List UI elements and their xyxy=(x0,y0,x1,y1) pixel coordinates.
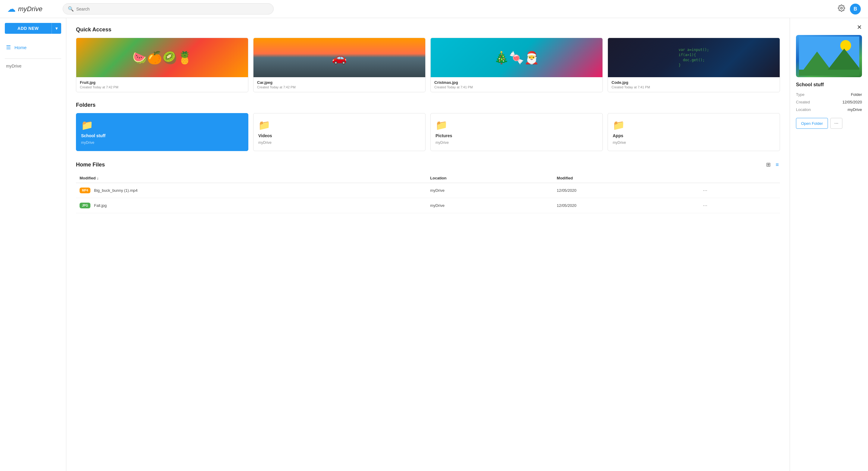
code-image: var a=input();if(a>1){ doc.get();} xyxy=(608,38,780,77)
more-options-mp4[interactable]: ··· xyxy=(701,187,709,194)
qa-christmas-date: Created Today at 7:41 PM xyxy=(434,85,599,89)
settings-icon[interactable] xyxy=(838,4,845,13)
file-badge-mp4: MP4 xyxy=(80,187,90,193)
folders-section: Folders 📁 School stuff myDrive 📁 Videos … xyxy=(76,102,780,151)
header-right: B xyxy=(838,4,861,14)
col-location: Location xyxy=(427,173,553,183)
file-name-jpg: Fall.jpg xyxy=(94,203,107,208)
col-modified-sort[interactable]: Modified ↓ xyxy=(76,173,427,183)
files-table: Modified ↓ Location Modified MP4 Big_buc… xyxy=(76,173,780,213)
file-modified-jpg: 12/05/2020 xyxy=(553,198,698,213)
sidebar-item-home[interactable]: ☰ Home xyxy=(0,41,66,54)
sidebar: ADD NEW ▾ ☰ Home myDrive xyxy=(0,18,66,471)
qa-card-code[interactable]: var a=input();if(a>1){ doc.get();} Code.… xyxy=(608,38,780,92)
folder-location-apps: myDrive xyxy=(613,141,775,145)
sidebar-item-home-label: Home xyxy=(14,45,27,50)
file-modified-mp4: 12/05/2020 xyxy=(553,183,698,198)
close-button[interactable]: ✕ xyxy=(857,24,862,30)
table-row: MP4 Big_buck_bunny (1).mp4 myDrive 12/05… xyxy=(76,183,780,198)
file-more-jpg: ··· xyxy=(698,198,780,213)
search-icon: 🔍 xyxy=(68,6,74,12)
svg-point-2 xyxy=(840,40,851,51)
table-row: JPG Fall.jpg myDrive 12/05/2020 ··· xyxy=(76,198,780,213)
folder-icon-pictures: 📁 xyxy=(435,119,598,131)
search-input[interactable] xyxy=(76,7,269,11)
home-files-title: Home Files xyxy=(76,161,105,168)
folder-location-videos: myDrive xyxy=(258,141,421,145)
add-new-button-wrap: ADD NEW ▾ xyxy=(0,23,66,38)
col-actions xyxy=(698,173,780,183)
meta-created-row: Created 12/05/2020 xyxy=(796,100,862,104)
home-files-section: Home Files ⊞ ≡ Modified ↓ Location Modif… xyxy=(76,161,780,213)
logo[interactable]: ☁ myDrive xyxy=(7,4,56,14)
add-new-dropdown-arrow[interactable]: ▾ xyxy=(52,23,61,34)
open-folder-button[interactable]: Open Folder xyxy=(796,118,828,129)
qa-christmas-name: Cristmas.jpg xyxy=(434,80,599,85)
folder-preview-image xyxy=(799,36,859,76)
svg-rect-5 xyxy=(799,70,859,76)
right-panel: ✕ School stuff Type Folder Create xyxy=(789,18,868,471)
folder-icon-apps: 📁 xyxy=(613,119,775,131)
col-modified: Modified xyxy=(553,173,698,183)
file-location-jpg: myDrive xyxy=(427,198,553,213)
file-name-mp4: Big_buck_bunny (1).mp4 xyxy=(94,188,138,193)
search-bar[interactable]: 🔍 xyxy=(63,3,274,14)
view-toggle: ⊞ ≡ xyxy=(765,161,780,169)
qa-fruit-name: Fruit.jpg xyxy=(80,80,244,85)
meta-created-label: Created xyxy=(796,100,810,104)
qa-card-christmas[interactable]: 🎄🍬🎅 Cristmas.jpg Created Today at 7:41 P… xyxy=(430,38,603,92)
folder-card-apps[interactable]: 📁 Apps myDrive xyxy=(608,113,780,151)
user-avatar[interactable]: B xyxy=(850,4,861,14)
meta-location-row: Location myDrive xyxy=(796,107,862,112)
panel-close: ✕ xyxy=(796,24,862,30)
quick-access-grid: 🍉🍊🥝🍍 Fruit.jpg Created Today at 7:42 PM … xyxy=(76,38,780,92)
file-name-cell-jpg: JPG Fall.jpg xyxy=(76,198,427,213)
qa-card-fruit[interactable]: 🍉🍊🥝🍍 Fruit.jpg Created Today at 7:42 PM xyxy=(76,38,248,92)
sidebar-nav: ☰ Home xyxy=(0,38,66,56)
folders-title: Folders xyxy=(76,102,780,108)
grid-view-button[interactable]: ⊞ xyxy=(765,161,772,169)
car-image: 🚗 xyxy=(253,38,425,77)
svg-point-0 xyxy=(841,7,842,9)
meta-location-value: myDrive xyxy=(847,107,862,112)
add-new-button[interactable]: ADD NEW ▾ xyxy=(5,23,61,34)
christmas-image: 🎄🍬🎅 xyxy=(431,38,602,77)
file-name-cell-mp4: MP4 Big_buck_bunny (1).mp4 xyxy=(76,183,427,198)
qa-code-name: Code.jpg xyxy=(612,80,776,85)
folder-location-school: myDrive xyxy=(81,141,243,145)
file-badge-jpg: JPG xyxy=(80,203,90,208)
main-content: Quick Access 🍉🍊🥝🍍 Fruit.jpg Created Toda… xyxy=(66,18,789,471)
panel-folder-name: School stuff xyxy=(796,82,862,87)
qa-fruit-date: Created Today at 7:42 PM xyxy=(80,85,244,89)
file-location-mp4: myDrive xyxy=(427,183,553,198)
folders-grid: 📁 School stuff myDrive 📁 Videos myDrive … xyxy=(76,113,780,151)
folder-card-pictures[interactable]: 📁 Pictures myDrive xyxy=(430,113,603,151)
add-new-label: ADD NEW xyxy=(5,23,52,34)
meta-created-value: 12/05/2020 xyxy=(842,100,862,104)
folder-location-pictures: myDrive xyxy=(435,141,598,145)
folder-name-videos: Videos xyxy=(258,133,421,138)
meta-location-label: Location xyxy=(796,107,811,112)
panel-thumbnail xyxy=(796,35,862,77)
folder-name-school: School stuff xyxy=(81,133,243,138)
header: ☁ myDrive 🔍 B xyxy=(0,0,868,18)
files-table-body: MP4 Big_buck_bunny (1).mp4 myDrive 12/05… xyxy=(76,183,780,213)
meta-type-value: Folder xyxy=(851,92,862,97)
folder-card-school[interactable]: 📁 School stuff myDrive xyxy=(76,113,248,151)
fruit-image: 🍉🍊🥝🍍 xyxy=(76,38,248,77)
qa-card-car[interactable]: 🚗 Car.jpeg Created Today at 7:42 PM xyxy=(253,38,426,92)
folder-icon-videos: 📁 xyxy=(258,119,421,131)
quick-access-title: Quick Access xyxy=(76,27,780,33)
folder-card-videos[interactable]: 📁 Videos myDrive xyxy=(253,113,426,151)
qa-code-date: Created Today at 7:41 PM xyxy=(612,85,776,89)
more-options-jpg[interactable]: ··· xyxy=(701,202,709,209)
qa-car-date: Created Today at 7:42 PM xyxy=(257,85,422,89)
meta-type-label: Type xyxy=(796,92,804,97)
folder-icon-school: 📁 xyxy=(81,119,243,131)
more-actions-button[interactable]: ··· xyxy=(830,118,842,129)
files-table-header: Modified ↓ Location Modified xyxy=(76,173,780,183)
list-view-button[interactable]: ≡ xyxy=(774,161,780,169)
app-body: ADD NEW ▾ ☰ Home myDrive Quick Access 🍉🍊… xyxy=(0,18,868,471)
folder-name-apps: Apps xyxy=(613,133,775,138)
home-icon: ☰ xyxy=(6,44,11,51)
